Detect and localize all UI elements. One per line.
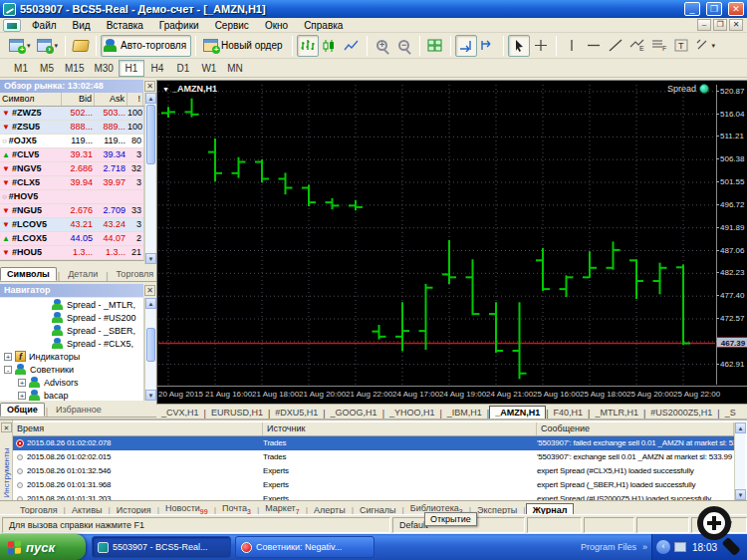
market-watch-row[interactable]: ▼#LCOV543.2143.243 bbox=[0, 218, 143, 232]
horizontal-line-button[interactable] bbox=[583, 35, 605, 57]
mw-column-3[interactable]: ! bbox=[127, 93, 143, 106]
zoom-in-button[interactable]: + bbox=[372, 35, 393, 57]
bar-chart-mode-button[interactable] bbox=[297, 35, 319, 57]
market-watch-row[interactable]: ▼#ZWZ5502...503...100 bbox=[0, 107, 143, 121]
text-tool-button[interactable]: T bbox=[670, 35, 692, 57]
navigator-node[interactable]: -Советники bbox=[0, 363, 143, 376]
market-watch-row[interactable]: ▼#NGU52.6762.70933 bbox=[0, 204, 143, 218]
menu-item-0[interactable]: Файл bbox=[24, 19, 65, 32]
metaeditor-button[interactable] bbox=[70, 35, 92, 57]
close-button[interactable]: ✕ bbox=[728, 2, 744, 16]
crosshair-button[interactable] bbox=[530, 35, 552, 57]
one-click-trading-icon[interactable]: ▼ bbox=[162, 86, 169, 93]
navigator-node[interactable]: +fИндикаторы bbox=[0, 350, 143, 363]
navigator-node[interactable]: +Advisors bbox=[0, 376, 143, 389]
timeframe-h4[interactable]: H4 bbox=[144, 60, 170, 77]
mw-column-1[interactable]: Bid bbox=[62, 93, 95, 106]
timeframe-h1[interactable]: H1 bbox=[119, 60, 144, 77]
menu-item-2[interactable]: Вставка bbox=[99, 19, 151, 32]
journal-column-2[interactable]: Сообщение bbox=[537, 422, 734, 435]
scroll-down-icon[interactable]: ▼ bbox=[145, 253, 156, 264]
terminal-close-icon[interactable]: ✕ bbox=[1, 422, 12, 432]
profiles-button[interactable]: ›▾ bbox=[34, 35, 62, 57]
timeframe-m1[interactable]: M1 bbox=[8, 60, 34, 77]
time-axis[interactable]: 20 Aug 201521 Aug 16:0021 Aug 18:0021 Au… bbox=[157, 386, 747, 402]
market-watch-scrollbar[interactable]: ▲ ▼ bbox=[144, 93, 155, 264]
navigator-ea-item[interactable]: Spread - _MTLR, bbox=[0, 298, 143, 311]
mdi-restore-button[interactable]: ❐ bbox=[713, 19, 727, 31]
cursor-button[interactable] bbox=[508, 35, 530, 57]
market-watch-row[interactable]: ▼#ZSU5888...889...100 bbox=[0, 121, 143, 135]
chart-tab-4[interactable]: _YHOO,H1 bbox=[384, 407, 440, 419]
expand-icon[interactable]: + bbox=[18, 379, 26, 387]
expand-icon[interactable]: + bbox=[4, 353, 12, 361]
new-chart-button[interactable]: +▾ bbox=[6, 35, 34, 57]
market-watch-row[interactable]: ▼#NGV52.6862.71832 bbox=[0, 162, 143, 176]
timeframe-m30[interactable]: M30 bbox=[89, 60, 118, 77]
new-order-button[interactable]: +Новый ордер bbox=[200, 35, 288, 57]
chart-tab-7[interactable]: F40,H1 bbox=[549, 407, 589, 419]
taskbar-task-mt4[interactable]: 5503907 - BCS5-Real... bbox=[92, 536, 231, 558]
taskbar-task-alert[interactable]: Советники: Negativ... bbox=[235, 536, 374, 558]
market-watch-tab-0[interactable]: Символы bbox=[0, 267, 57, 281]
chart-tab-5[interactable]: _IBM,H1 bbox=[442, 407, 487, 419]
journal-column-0[interactable]: Время bbox=[13, 422, 263, 435]
scroll-up-icon[interactable]: ▲ bbox=[145, 93, 156, 104]
title-bar[interactable]: 5503907 - BCS5-Real - Демо-счет - [_AMZN… bbox=[0, 0, 747, 18]
tile-windows-button[interactable] bbox=[424, 35, 446, 57]
menu-item-4[interactable]: Сервис bbox=[207, 19, 257, 32]
timeframe-w1[interactable]: W1 bbox=[196, 60, 222, 77]
scroll-thumb[interactable] bbox=[146, 328, 155, 362]
chart-canvas[interactable] bbox=[158, 85, 715, 385]
navigator-ea-item[interactable]: Spread - #US200 bbox=[0, 311, 143, 324]
market-watch-row[interactable]: ▼#CLX539.9439.973 bbox=[0, 176, 143, 190]
minimize-button[interactable]: _ bbox=[684, 2, 700, 16]
chart-tab-0[interactable]: _CVX,H1 bbox=[156, 407, 204, 419]
market-watch-row[interactable]: ▼#HOU51.3...1.3...21 bbox=[0, 246, 143, 260]
candlestick-mode-button[interactable] bbox=[319, 35, 341, 57]
timeframe-mn[interactable]: MN bbox=[222, 60, 248, 77]
trendline-button[interactable] bbox=[605, 35, 626, 57]
chart-shift-button[interactable] bbox=[477, 35, 499, 57]
mw-column-0[interactable]: Символ bbox=[0, 93, 62, 106]
navigator-header[interactable]: Навигатор bbox=[0, 284, 143, 297]
navigator-tab-0[interactable]: Общие bbox=[0, 403, 45, 417]
mdi-close-button[interactable]: ✕ bbox=[729, 19, 743, 31]
price-axis[interactable]: 520.87516.04511.21506.38501.55496.72491.… bbox=[716, 85, 747, 385]
menu-item-5[interactable]: Окно bbox=[257, 19, 296, 32]
navigator-node[interactable]: +bacap bbox=[0, 389, 143, 401]
equidistant-channel-button[interactable]: E bbox=[626, 35, 648, 57]
journal-row[interactable]: 2015.08.26 01:02:02.015Trades'5503907': … bbox=[13, 450, 734, 464]
chart-tab-9[interactable]: #US2000Z5,H1 bbox=[645, 407, 717, 419]
market-watch-header[interactable]: Обзор рынка: 13:02:48 bbox=[0, 80, 143, 93]
market-watch-close-icon[interactable]: ✕ bbox=[144, 81, 155, 92]
market-watch-tab-1[interactable]: Детали bbox=[61, 267, 105, 281]
restore-button[interactable]: ❐ bbox=[706, 2, 722, 16]
navigator-tab-1[interactable]: Избранное bbox=[49, 403, 109, 417]
navigator-ea-item[interactable]: Spread - #CLX5, bbox=[0, 337, 143, 350]
chart-tab-3[interactable]: _GOOG,H1 bbox=[326, 407, 382, 419]
quick-launch[interactable]: Program Files» bbox=[581, 534, 647, 560]
zoom-out-button[interactable]: − bbox=[393, 35, 415, 57]
market-watch-row[interactable]: ○#OJX5119...119...80 bbox=[0, 135, 143, 148]
navigator-ea-item[interactable]: Spread - _SBER, bbox=[0, 324, 143, 337]
scroll-up-icon[interactable]: ▲ bbox=[735, 422, 746, 433]
market-watch-row[interactable]: ○#HOV5 bbox=[0, 190, 143, 204]
autotrading-button[interactable]: Авто-торговля bbox=[101, 35, 191, 57]
line-chart-mode-button[interactable] bbox=[341, 35, 363, 57]
chart-tab-2[interactable]: #DXU5,H1 bbox=[270, 407, 323, 419]
journal-scrollbar[interactable]: ▲ ▼ bbox=[734, 422, 745, 500]
vertical-line-button[interactable] bbox=[561, 35, 583, 57]
chart-window[interactable]: ▼_AMZN,H1 Spread 520.87516.04511.21506.3… bbox=[156, 80, 747, 404]
journal-column-1[interactable]: Источник bbox=[263, 422, 537, 435]
menu-item-6[interactable]: Справка bbox=[296, 19, 351, 32]
journal-row[interactable]: 2015.08.26 01:01:32.546Expertsexpert Spr… bbox=[13, 464, 734, 478]
start-button[interactable]: пуск bbox=[0, 534, 86, 560]
navigator-close-icon[interactable]: ✕ bbox=[144, 285, 155, 296]
fibonacci-button[interactable]: F bbox=[648, 35, 670, 57]
scroll-down-icon[interactable]: ▼ bbox=[145, 390, 156, 401]
chevron-right-icon[interactable]: » bbox=[642, 542, 647, 552]
chart-tab-8[interactable]: _MTLR,H1 bbox=[590, 407, 643, 419]
menu-item-1[interactable]: Вид bbox=[65, 19, 99, 32]
arrows-tool-button[interactable]: ▾ bbox=[692, 35, 719, 57]
